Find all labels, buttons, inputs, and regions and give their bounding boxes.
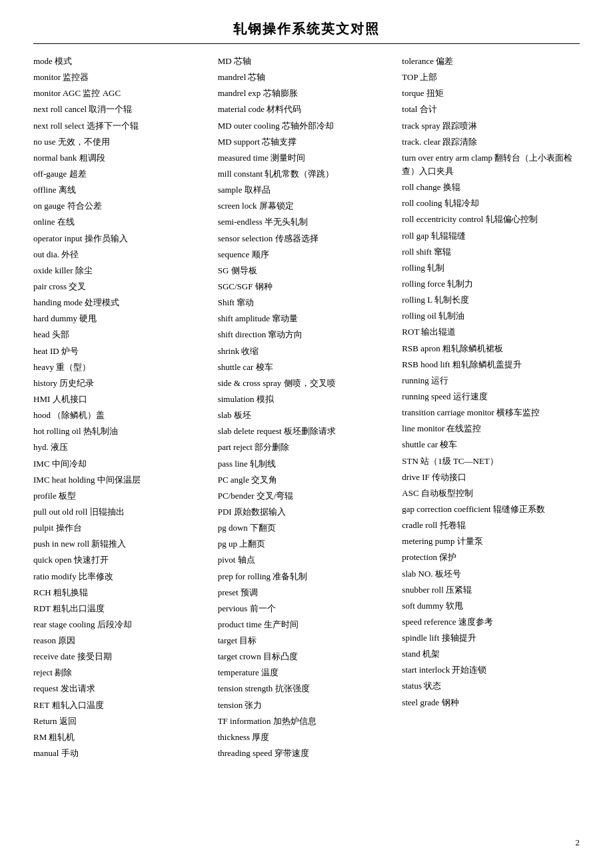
list-item: MD outer cooling 芯轴外部冷却 <box>218 119 396 133</box>
list-item: HMI 人机接口 <box>33 393 211 406</box>
list-item: running 运行 <box>402 374 580 387</box>
list-item: pivot 轴点 <box>218 553 396 567</box>
list-item: steel grade 钢种 <box>402 696 580 709</box>
list-item: product time 生产时间 <box>218 618 396 631</box>
list-item: ROT 输出辊道 <box>402 325 580 339</box>
list-item: PDI 原始数据输入 <box>218 505 396 519</box>
list-item: tolerance 偏差 <box>402 55 580 68</box>
list-item: track spray 跟踪喷淋 <box>402 119 580 133</box>
list-item: sensor selection 传感器选择 <box>218 232 396 245</box>
list-item: IMC heat holding 中间保温层 <box>33 473 211 487</box>
list-item: temperature 温度 <box>218 666 396 679</box>
list-item: hyd. 液压 <box>33 441 211 454</box>
list-item: off-gauge 超差 <box>33 167 211 181</box>
list-item: hard dummy 硬甩 <box>33 312 211 325</box>
list-item: protection 保护 <box>402 551 580 564</box>
list-item: history 历史纪录 <box>33 377 211 390</box>
list-item: reason 原因 <box>33 634 211 647</box>
list-item: request 发出请求 <box>33 682 211 695</box>
list-item: IMC 中间冷却 <box>33 457 211 471</box>
list-item: roll shift 窜辊 <box>402 245 580 259</box>
list-item: rolling 轧制 <box>402 261 580 275</box>
list-item: offline 离线 <box>33 183 211 197</box>
list-item: mandrel 芯轴 <box>218 71 396 84</box>
list-item: sequence 顺序 <box>218 248 396 261</box>
page-number: 2 <box>576 837 580 848</box>
list-item: Shift 窜动 <box>218 296 396 309</box>
list-item: start interlock 开始连锁 <box>402 663 580 677</box>
list-item: RSB hood lift 粗轧除鳞机盖提升 <box>402 358 580 371</box>
list-item: TOP 上部 <box>402 71 580 84</box>
list-item: head 头部 <box>33 328 211 341</box>
list-item: rolling L 轧制长度 <box>402 293 580 307</box>
list-item: snubber roll 压紧辊 <box>402 583 580 597</box>
list-item: RM 粗轧机 <box>33 731 211 744</box>
list-item: gap correction coefficient 辊缝修正系数 <box>402 503 580 516</box>
list-item: push in new roll 新辊推入 <box>33 537 211 551</box>
title-divider <box>33 43 580 44</box>
list-item: pg down 下翻页 <box>218 521 396 535</box>
list-item: prep for rolling 准备轧制 <box>218 570 396 583</box>
list-item: mode 模式 <box>33 55 211 68</box>
list-item: out dia. 外径 <box>33 248 211 261</box>
list-item: transition carriage monitor 横移车监控 <box>402 406 580 419</box>
list-item: roll cooling 轧辊冷却 <box>402 197 580 210</box>
list-item: roll change 换辊 <box>402 181 580 194</box>
list-item: threading speed 穿带速度 <box>218 747 396 760</box>
list-item: roll eccentricity control 轧辊偏心控制 <box>402 213 580 226</box>
list-item: pulpit 操作台 <box>33 521 211 535</box>
list-item: slab 板坯 <box>218 409 396 422</box>
list-item: quick open 快速打开 <box>33 553 211 567</box>
content-grid: mode 模式monitor 监控器monitor AGC 监控 AGCnext… <box>33 55 580 763</box>
list-item: track. clear 跟踪清除 <box>402 135 580 149</box>
list-item: monitor AGC 监控 AGC <box>33 87 211 100</box>
list-item: running speed 运行速度 <box>402 390 580 403</box>
list-item: profile 板型 <box>33 489 211 503</box>
list-item: shift direction 窜动方向 <box>218 328 396 341</box>
list-item: shift amplitude 窜动量 <box>218 312 396 325</box>
list-item: SG 侧导板 <box>218 264 396 277</box>
list-item: shrink 收缩 <box>218 345 396 358</box>
column-3: tolerance 偏差TOP 上部torque 扭矩total 合计track… <box>402 55 580 763</box>
list-item: tension strength 抗张强度 <box>218 682 396 695</box>
list-item: metering pump 计量泵 <box>402 535 580 548</box>
list-item: ASC 自动板型控制 <box>402 487 580 500</box>
list-item: speed reference 速度参考 <box>402 615 580 629</box>
list-item: ratio modify 比率修改 <box>33 570 211 583</box>
list-item: spindle lift 接轴提升 <box>402 631 580 645</box>
list-item: mill constant 轧机常数（弹跳） <box>218 167 396 181</box>
column-1: mode 模式monitor 监控器monitor AGC 监控 AGCnext… <box>33 55 211 763</box>
list-item: MD 芯轴 <box>218 55 396 68</box>
list-item: torque 扭矩 <box>402 87 580 100</box>
list-item: total 合计 <box>402 103 580 116</box>
list-item: SGC/SGF 钢种 <box>218 280 396 293</box>
list-item: rear stage cooling 后段冷却 <box>33 618 211 631</box>
list-item: hood （除鳞机）盖 <box>33 409 211 422</box>
list-item: normal bank 粗调段 <box>33 151 211 165</box>
list-item: tension 张力 <box>218 699 396 712</box>
list-item: oxide killer 除尘 <box>33 264 211 277</box>
list-item: Return 返回 <box>33 715 211 728</box>
list-item: slab NO. 板坯号 <box>402 567 580 581</box>
list-item: thickness 厚度 <box>218 731 396 744</box>
list-item: slab delete request 板坯删除请求 <box>218 425 396 438</box>
list-item: manual 手动 <box>33 747 211 760</box>
list-item: preset 预调 <box>218 586 396 599</box>
list-item: screen lock 屏幕锁定 <box>218 199 396 213</box>
list-item: pair cross 交叉 <box>33 280 211 293</box>
list-item: sample 取样品 <box>218 183 396 197</box>
list-item: RET 粗轧入口温度 <box>33 699 211 712</box>
list-item: soft dummy 软甩 <box>402 599 580 613</box>
list-item: on gauge 符合公差 <box>33 199 211 213</box>
list-item: rolling oil 轧制油 <box>402 309 580 323</box>
list-item: part reject 部分删除 <box>218 441 396 454</box>
list-item: roll gap 轧辊辊缝 <box>402 229 580 243</box>
list-item: heavy 重（型） <box>33 361 211 374</box>
list-item: online 在线 <box>33 215 211 229</box>
list-item: target 目标 <box>218 634 396 647</box>
list-item: shuttle car 梭车 <box>218 361 396 374</box>
list-item: drive IF 传动接口 <box>402 471 580 484</box>
list-item: side & cross spray 侧喷，交叉喷 <box>218 377 396 390</box>
list-item: target crown 目标凸度 <box>218 650 396 663</box>
list-item: next roll select 选择下一个辊 <box>33 119 211 133</box>
